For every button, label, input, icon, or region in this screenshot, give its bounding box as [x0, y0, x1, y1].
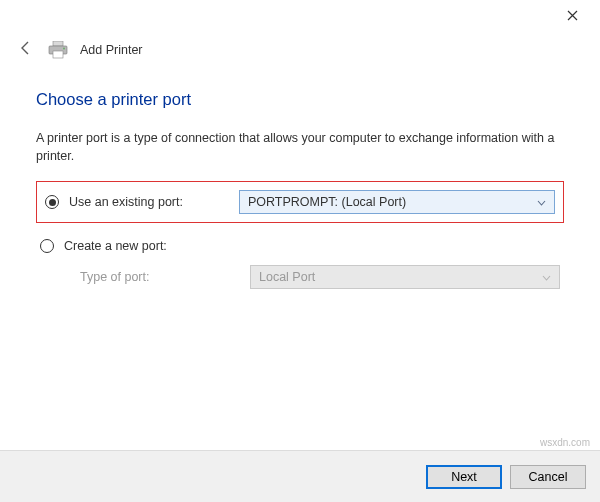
svg-rect-2 — [53, 51, 63, 58]
selected-option-highlight: Use an existing port: PORTPROMPT: (Local… — [36, 181, 564, 223]
wizard-content: Choose a printer port A printer port is … — [0, 66, 600, 295]
page-heading: Choose a printer port — [36, 90, 564, 109]
wizard-footer: Next Cancel — [0, 450, 600, 502]
existing-port-dropdown[interactable]: PORTPROMPT: (Local Port) — [239, 190, 555, 214]
port-type-label: Type of port: — [80, 270, 240, 284]
back-arrow-icon[interactable] — [16, 40, 36, 60]
next-button[interactable]: Next — [426, 465, 502, 489]
svg-point-3 — [63, 48, 65, 50]
radio-existing-port[interactable] — [45, 195, 59, 209]
window-title: Add Printer — [80, 43, 143, 57]
port-type-dropdown: Local Port — [250, 265, 560, 289]
chevron-down-icon — [542, 272, 551, 283]
option-create-label: Create a new port: — [64, 239, 224, 253]
radio-create-port[interactable] — [40, 239, 54, 253]
option-create-new-port[interactable]: Create a new port: — [36, 233, 564, 259]
chevron-down-icon — [537, 197, 546, 208]
existing-port-value: PORTPROMPT: (Local Port) — [248, 195, 406, 209]
printer-icon — [48, 41, 68, 59]
wizard-header: Add Printer — [0, 30, 600, 66]
port-type-value: Local Port — [259, 270, 315, 284]
option-use-existing-port[interactable]: Use an existing port: PORTPROMPT: (Local… — [41, 184, 559, 220]
page-description: A printer port is a type of connection t… — [36, 129, 564, 165]
port-type-row: Type of port: Local Port — [36, 259, 564, 295]
cancel-button[interactable]: Cancel — [510, 465, 586, 489]
titlebar — [0, 0, 600, 30]
svg-rect-0 — [53, 41, 63, 46]
close-icon[interactable] — [552, 1, 592, 29]
option-existing-label: Use an existing port: — [69, 195, 229, 209]
watermark: wsxdn.com — [540, 437, 590, 448]
